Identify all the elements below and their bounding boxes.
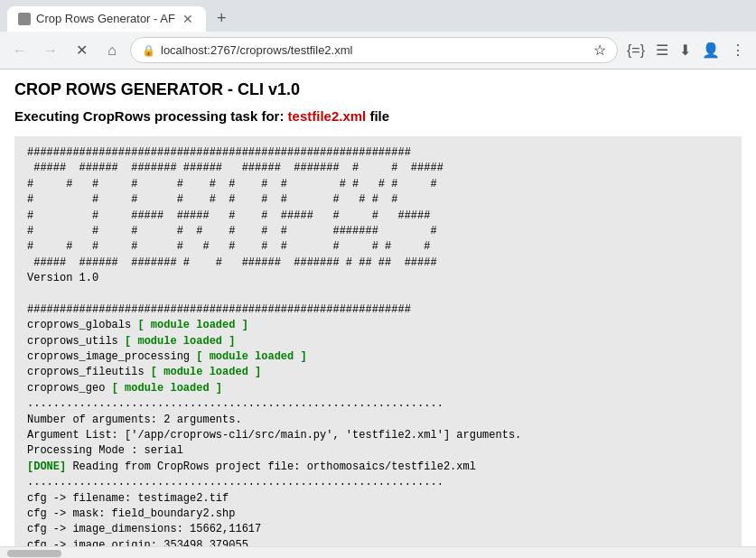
dots-2: ........................................… (27, 475, 729, 490)
home-button[interactable]: ⌂ (99, 38, 125, 63)
page-content: CROP ROWS GENERATOR - CLI v1.0 Executing… (0, 70, 756, 546)
module-croprows-fileutils: croprows_fileutils [ module loaded ] (27, 365, 729, 380)
tab-favicon (18, 13, 31, 25)
executing-suffix: file (369, 108, 389, 124)
separator-top: ########################################… (27, 145, 729, 161)
horizontal-scrollbar-thumb[interactable] (7, 550, 61, 557)
ascii-art: ##### ###### ####### ###### ###### #####… (27, 161, 729, 271)
browser-chrome: Crop Rows Generator - AF ✕ + ← → ✕ ⌂ 🔒 l… (0, 0, 756, 70)
executing-line: Executing CropRows processing task for: … (14, 108, 742, 124)
module-croprows-geo: croprows_geo [ module loaded ] (27, 381, 729, 396)
address-bar[interactable]: 🔒 localhost:2767/croprows/testfile2.xml … (130, 37, 618, 63)
cfg-image-origin: cfg -> image_origin: 353498,379055 (27, 538, 729, 546)
version-text: Version 1.0 (27, 271, 729, 286)
back-button[interactable]: ← (7, 38, 33, 63)
reader-icon[interactable]: ☰ (652, 38, 672, 62)
args-count: Number of arguments: 2 arguments. (27, 413, 729, 428)
done-reading: [DONE] Reading from CropRows project fil… (27, 460, 729, 475)
star-icon[interactable]: ☆ (593, 42, 606, 59)
cfg-mask: cfg -> mask: field_boundary2.shp (27, 507, 729, 522)
browser-action-icons: {=} ☰ ⬇ 👤 ⋮ (623, 38, 749, 62)
args-list: Argument List: ['/app/croprows-cli/src/m… (27, 428, 729, 443)
executing-filename: testfile2.xml (288, 108, 367, 124)
tab-close-button[interactable]: ✕ (181, 12, 195, 26)
forward-button[interactable]: → (38, 38, 63, 63)
processing-mode: Processing Mode : serial (27, 443, 729, 459)
new-tab-button[interactable]: + (210, 5, 234, 32)
extensions-icon[interactable]: {=} (623, 38, 649, 62)
cfg-filename: cfg -> filename: testimage2.tif (27, 491, 729, 507)
page-title: CROP ROWS GENERATOR - CLI v1.0 (14, 80, 742, 99)
executing-prefix: Executing CropRows processing task for: (14, 108, 284, 124)
module-croprows-utils: croprows_utils [ module loaded ] (27, 334, 729, 349)
module-croprows-globals: croprows_globals [ module loaded ] (27, 318, 729, 333)
menu-icon[interactable]: ⋮ (727, 38, 749, 62)
tab-bar: Crop Rows Generator - AF ✕ + (0, 0, 756, 32)
cfg-image-dimensions: cfg -> image_dimensions: 15662,11617 (27, 522, 729, 537)
dots-1: ........................................… (27, 396, 729, 412)
lock-icon: 🔒 (142, 44, 155, 57)
refresh-button[interactable]: ✕ (69, 38, 94, 63)
url-text: localhost:2767/croprows/testfile2.xml (161, 43, 588, 57)
active-tab[interactable]: Crop Rows Generator - AF ✕ (7, 6, 206, 32)
terminal-output: ########################################… (14, 136, 742, 546)
profile-icon[interactable]: 👤 (698, 38, 723, 62)
downloads-icon[interactable]: ⬇ (676, 38, 695, 62)
tab-title: Crop Rows Generator - AF (36, 12, 175, 25)
module-croprows-image-processing: croprows_image_processing [ module loade… (27, 349, 729, 365)
horizontal-scrollbar[interactable] (0, 546, 756, 558)
separator-bottom: ########################################… (27, 302, 729, 318)
nav-bar: ← → ✕ ⌂ 🔒 localhost:2767/croprows/testfi… (0, 32, 756, 69)
